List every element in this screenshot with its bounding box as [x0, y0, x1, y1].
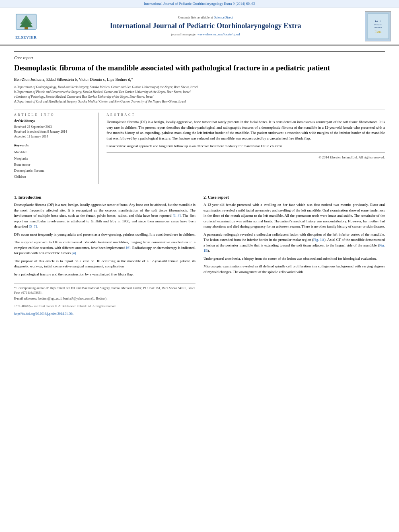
thumbnail-icon: Int. J. Pediatric Otorhinol. Extra: [366, 12, 390, 40]
intro-para-4: The purpose of this article is to report…: [14, 259, 195, 269]
fig-1b-ref: Fig. 1B: [204, 243, 385, 253]
abstract-para-2: Conservative surgical approach and long …: [107, 144, 385, 149]
keywords-list: Mandible Neoplasia Bone tumor Desmoplast…: [14, 149, 92, 180]
section-2-title: Case report: [208, 195, 229, 199]
elsevier-logo: ELSEVIER: [8, 12, 44, 40]
section-1-heading: 1. Introduction: [14, 194, 195, 201]
article-history-group: Article history: Received 25 September 2…: [14, 119, 92, 139]
journal-title-block: Contents lists available at ScienceDirec…: [52, 15, 359, 37]
intro-para-4-cont: by a pathological fracture and the recon…: [14, 272, 195, 277]
svg-rect-3: [25, 27, 28, 30]
body-columns: 1. Introduction Desmoplastic fibroma (DF…: [14, 190, 385, 318]
case-para-3: Under general anesthesia, a biopsy from …: [204, 256, 385, 262]
affiliations-block: a Department of Otolaryngology, Head and…: [14, 85, 385, 104]
abstract-panel: A B S T R A C T Desmoplastic fibroma (DF…: [107, 113, 385, 184]
revised-date: Received in revised form 9 January 2014: [14, 129, 92, 134]
case-para-4: Microscopic examination revealed an ill …: [204, 264, 385, 275]
footnote-issn: 1871-4048/$ – see front matter © 2014 El…: [14, 304, 195, 308]
affiliation-c: c Institute of Pathology, Soroka Medical…: [14, 94, 385, 99]
info-abstract-block: A R T I C L E I N F O Article history: R…: [14, 113, 385, 184]
right-column: 2. Case report A 12-year-old female pres…: [204, 190, 385, 318]
ref-4: [4]: [72, 251, 76, 255]
journal-homepage: journal homepage: www.elsevier.com/locat…: [52, 32, 359, 37]
copyright-line: © 2014 Elsevier Ireland Ltd. All rights …: [107, 152, 385, 160]
svg-text:Int. J.: Int. J.: [375, 20, 381, 23]
abstract-section-label: A B S T R A C T: [107, 113, 385, 117]
section-2-heading: 2. Case report: [204, 194, 385, 201]
abstract-text-block: Desmoplastic fibroma (DF) is a benign, l…: [107, 119, 385, 149]
intro-para-3: The surgical approach to DF is controver…: [14, 240, 195, 256]
article-title: Desmoplastic fibroma of the mandible ass…: [14, 63, 385, 73]
svg-text:Extra: Extra: [374, 30, 382, 34]
ref-6: [6]: [126, 246, 131, 250]
footnote-email: E-mail addresses: lbodner@bgu.ac.il, ben…: [14, 296, 195, 301]
keyword-3: Bone tumor: [14, 162, 92, 168]
keyword-2: Neoplasia: [14, 156, 92, 162]
keywords-title: Keywords:: [14, 143, 92, 148]
affiliation-d: d Department of Oral and Maxillofacial S…: [14, 99, 385, 104]
sciencedirect-anchor[interactable]: ScienceDirect: [214, 15, 233, 19]
section-1-title: Introduction: [19, 195, 41, 199]
doi-link[interactable]: http://dx.doi.org/10.1016/j.pedex.2014.0…: [14, 312, 74, 316]
elsevier-brand-text: ELSEVIER: [15, 35, 37, 40]
article-info-section-label: A R T I C L E I N F O: [14, 113, 92, 117]
intro-para-1: Desmoplastic fibroma (DF) is a rare, ben…: [14, 202, 195, 230]
keywords-group: Keywords: Mandible Neoplasia Bone tumor …: [14, 143, 92, 180]
left-column: 1. Introduction Desmoplastic fibroma (DF…: [14, 190, 195, 318]
intro-para-2: DFs occur most frequently in young adult…: [14, 232, 195, 238]
journal-header: ELSEVIER Contents lists available at Sci…: [0, 8, 399, 45]
journal-name: International Journal of Pediatric Otorh…: [52, 22, 359, 31]
affiliation-a: a Department of Otolaryngology, Head and…: [14, 85, 385, 90]
journal-citation-text: International Journal of Pediatric Otorh…: [144, 2, 255, 6]
footnote-corresponding: * Corresponding author at: Department of…: [14, 286, 195, 295]
case-para-2: A panoramic radiograph revealed a uniloc…: [204, 232, 385, 254]
ref-5-7: [5–7]: [29, 224, 37, 228]
svg-rect-6: [368, 14, 389, 39]
case-para-1: A 12-year-old female presented with a sw…: [204, 202, 385, 230]
svg-text:Pediatric: Pediatric: [374, 24, 382, 26]
sciencedirect-link: Contents lists available at ScienceDirec…: [52, 15, 359, 20]
received-date: Received 25 September 2013: [14, 125, 92, 129]
keyword-1: Mandible: [14, 149, 92, 155]
history-title: Article history:: [14, 119, 92, 123]
keyword-5: Children: [14, 174, 92, 180]
abstract-para-1: Desmoplastic fibroma (DF) is a benign, l…: [107, 119, 385, 141]
footnote-doi: http://dx.doi.org/10.1016/j.pedex.2014.0…: [14, 312, 195, 316]
article-info-panel: A R T I C L E I N F O Article history: R…: [14, 113, 99, 184]
svg-text:Otorhinol.: Otorhinol.: [374, 27, 382, 29]
article-content: Case report Desmoplastic fibroma of the …: [0, 45, 399, 324]
affiliation-b: b Department of Plastic and Reconstructi…: [14, 90, 385, 94]
section-1-number: 1.: [14, 195, 17, 199]
article-type-label: Case report: [14, 51, 385, 61]
journal-citation-bar: International Journal of Pediatric Otorh…: [0, 0, 399, 8]
journal-thumbnail-image: Int. J. Pediatric Otorhinol. Extra: [365, 11, 391, 41]
elsevier-tree-icon: [12, 12, 40, 34]
accepted-date: Accepted 11 January 2014: [14, 134, 92, 139]
journal-homepage-link[interactable]: www.elsevier.com/locate/ijporl: [197, 32, 240, 36]
keyword-4: Desmoplastic fibroma: [14, 168, 92, 174]
ref-1-4: [1–4]: [173, 214, 181, 218]
section-2-number: 2.: [204, 195, 207, 199]
footnote-block: * Corresponding author at: Department of…: [14, 283, 195, 316]
header-divider: [14, 109, 385, 109]
fig-1a-ref: Fig. 1A: [313, 238, 325, 242]
authors-line: Ben-Zion Joshua a, Eldad Silberstein b, …: [14, 77, 385, 82]
